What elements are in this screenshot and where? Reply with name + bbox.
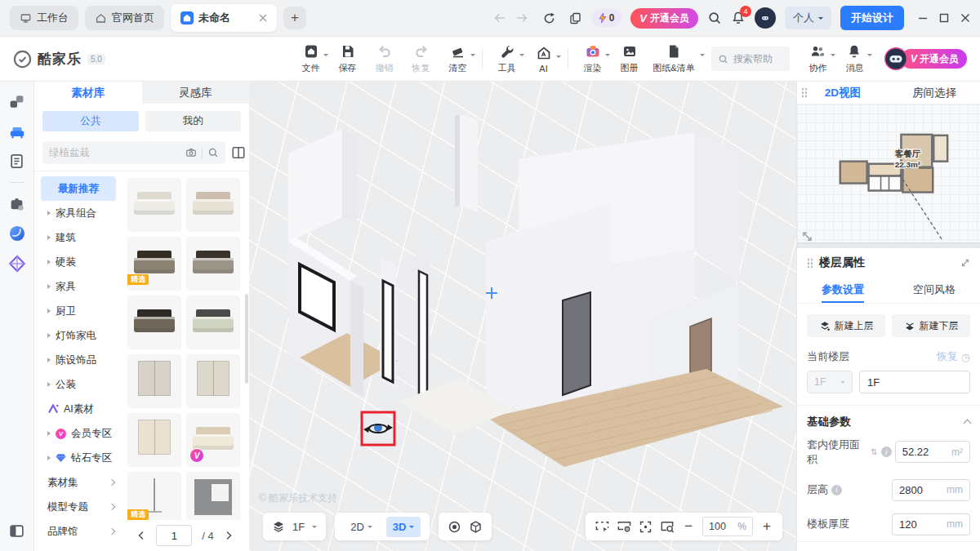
next-page-icon[interactable] — [224, 531, 234, 540]
zoom-area-icon[interactable] — [660, 520, 675, 533]
category-commercial[interactable]: 公装 — [41, 372, 121, 397]
mode-3d-button[interactable]: 3D — [386, 517, 421, 537]
maximize-icon[interactable] — [939, 13, 949, 23]
catalog-item-bed[interactable] — [186, 178, 240, 232]
start-design-button[interactable]: 开始设计 — [840, 6, 904, 30]
tab-2d-view[interactable]: 2D视图 — [797, 86, 889, 100]
info-icon[interactable]: i — [831, 485, 842, 495]
minimize-icon[interactable] — [918, 13, 928, 23]
tab-parameter-settings[interactable]: 参数设置 — [797, 278, 889, 303]
prev-page-icon[interactable] — [136, 531, 146, 540]
catalog-item-bed[interactable] — [186, 237, 240, 291]
zoom-level-input[interactable] — [709, 521, 732, 532]
tab-room-select[interactable]: 房间选择 — [889, 86, 980, 100]
camera-search-icon[interactable] — [185, 147, 197, 158]
slab-thickness-field[interactable]: 120 mm — [892, 513, 970, 535]
tab-homepage[interactable]: 官网首页 — [85, 6, 164, 30]
catalog-item-bed[interactable] — [127, 295, 181, 349]
coin-balance[interactable]: 0 — [591, 9, 622, 27]
menu-clear[interactable]: 清空 — [439, 43, 476, 74]
floor-switcher[interactable]: 1F — [263, 513, 326, 540]
3d-viewport-canvas[interactable]: © 酷家乐技术支持 1F 2D 3D − — [249, 82, 796, 551]
menu-ai[interactable]: AI — [525, 45, 562, 73]
grid-scrollbar[interactable] — [245, 294, 248, 384]
construction-blocks-icon[interactable] — [8, 93, 25, 110]
frame-settings-icon[interactable] — [617, 520, 631, 533]
category-member-zone[interactable]: V会员专区 — [41, 421, 121, 446]
zoom-level-box[interactable]: % — [702, 517, 753, 536]
menu-messages[interactable]: 消息 — [836, 43, 873, 74]
new-tab-button[interactable]: + — [283, 7, 306, 29]
zoom-in-button[interactable]: + — [760, 518, 773, 535]
back-icon[interactable] — [493, 12, 506, 24]
forward-icon[interactable] — [515, 12, 528, 24]
menu-file[interactable]: 文件 — [292, 43, 329, 74]
orbit-view-icon[interactable] — [448, 520, 461, 534]
search-icon[interactable] — [207, 147, 219, 158]
category-lighting-appliances[interactable]: 灯饰家电 — [41, 323, 121, 348]
category-latest[interactable]: 最新推荐 — [41, 176, 116, 201]
tab-untitled[interactable]: 未命名 — [171, 4, 277, 32]
close-window-icon[interactable] — [960, 13, 970, 23]
furniture-sofa-icon[interactable] — [8, 122, 26, 140]
category-furniture-sets[interactable]: 家具组合 — [41, 201, 121, 225]
focus-target-icon[interactable] — [639, 520, 653, 534]
floor-height-field[interactable]: 2800 mm — [892, 479, 970, 501]
catalog-item-wardrobe[interactable] — [127, 413, 181, 467]
account-menu[interactable]: 个人 — [785, 7, 831, 29]
origami-model-icon[interactable] — [8, 255, 26, 273]
menu-undo[interactable]: 撤销 — [366, 43, 403, 74]
frame-select-icon[interactable] — [595, 520, 609, 533]
category-brand-hall[interactable]: 品牌馆 — [41, 519, 121, 544]
floor-select-dropdown[interactable]: 1F — [807, 371, 853, 393]
drag-handle-icon[interactable] — [801, 87, 808, 98]
menu-collaborate[interactable]: 协作 — [800, 43, 836, 74]
plugin-puzzle-icon[interactable] — [8, 195, 25, 212]
collapse-chevron-icon[interactable] — [964, 420, 972, 428]
search-icon[interactable] — [707, 11, 722, 25]
assistant-avatar-icon[interactable] — [755, 7, 776, 29]
refresh-icon[interactable] — [542, 11, 556, 25]
scope-mine[interactable]: 我的 — [145, 111, 242, 131]
mode-2d-button[interactable]: 2D — [344, 517, 379, 537]
catalog-item-bed[interactable]: 精选 — [127, 237, 181, 291]
catalog-item-wardrobe[interactable] — [127, 354, 181, 408]
member-upgrade-chip[interactable]: V 开通会员 — [884, 47, 967, 70]
menu-render[interactable]: 渲染 — [574, 43, 611, 74]
catalog-item-bed[interactable] — [186, 295, 240, 349]
material-search-box[interactable] — [42, 141, 225, 164]
menu-tools[interactable]: 工具 — [488, 43, 525, 74]
category-diamond-zone[interactable]: 钻石专区 — [41, 446, 121, 470]
category-architecture[interactable]: 建筑 — [41, 225, 121, 250]
2d-minimap[interactable]: 客餐厅 22.3m² — [797, 104, 980, 242]
catalog-item-cabinet[interactable] — [186, 472, 240, 520]
tab-inspiration-library[interactable]: 灵感库 — [142, 82, 250, 104]
ai-assistant-ball-icon[interactable] — [8, 224, 26, 242]
scope-public[interactable]: 公共 — [42, 111, 139, 131]
new-lower-floor-button[interactable]: 新建下层 — [892, 314, 970, 337]
category-decor-items[interactable]: 陈设饰品 — [41, 348, 121, 372]
category-furniture[interactable]: 家具 — [41, 274, 121, 299]
catalog-item-floor-lamp[interactable]: 精选 — [127, 472, 181, 520]
sort-icon[interactable]: ⇅ — [871, 447, 877, 456]
material-search-input[interactable] — [49, 147, 180, 158]
category-material-collections[interactable]: 素材集 — [41, 470, 121, 495]
panel-layout-icon[interactable] — [8, 522, 25, 540]
layout-toggle-icon[interactable] — [231, 143, 246, 162]
new-upper-floor-button[interactable]: 新建上层 — [807, 314, 885, 337]
axonometric-cube-icon[interactable] — [469, 520, 483, 534]
restore-button[interactable]: 恢复 ◷ — [937, 349, 970, 364]
floor-name-input[interactable] — [859, 371, 970, 393]
area-field[interactable]: 52.22 m² — [895, 441, 970, 463]
catalog-item-bed[interactable] — [127, 178, 181, 232]
tab-material-library[interactable]: 素材库 — [34, 82, 142, 104]
page-number-input[interactable] — [156, 525, 192, 546]
category-model-topics[interactable]: 模型专题 — [41, 495, 121, 519]
copy-icon[interactable] — [568, 11, 582, 25]
category-hard-decor[interactable]: 硬装 — [41, 250, 121, 274]
close-tab-icon[interactable] — [259, 14, 267, 22]
notifications-bell[interactable]: 4 — [731, 11, 746, 25]
category-ai-materials[interactable]: AI素材 — [41, 397, 121, 421]
catalog-item-bed[interactable]: V — [186, 413, 240, 467]
drag-handle-icon[interactable] — [807, 258, 813, 269]
